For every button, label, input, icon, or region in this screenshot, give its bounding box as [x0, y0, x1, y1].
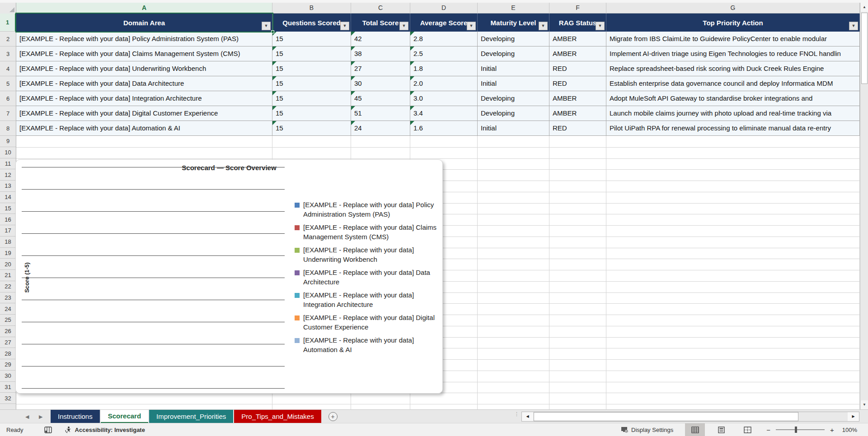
- row-header-25[interactable]: 25: [0, 315, 16, 326]
- row-header-17[interactable]: 17: [0, 225, 16, 237]
- macro-record-icon[interactable]: [44, 427, 52, 433]
- row-header-18[interactable]: 18: [0, 237, 16, 248]
- table-cell[interactable]: [EXAMPLE - Replace with your data] Autom…: [16, 121, 272, 136]
- row-header-21[interactable]: 21: [0, 270, 16, 281]
- legend-item[interactable]: [EXAMPLE - Replace with your data] Claim…: [295, 223, 446, 241]
- page-break-preview-button[interactable]: [737, 423, 757, 436]
- row-header-1[interactable]: 1: [0, 14, 16, 32]
- table-cell[interactable]: Implement AI-driven triage using Eigen T…: [606, 46, 860, 61]
- page-layout-view-button[interactable]: [711, 423, 731, 436]
- table-cell[interactable]: Pilot UiPath RPA for renewal processing …: [606, 121, 860, 136]
- table-cell[interactable]: 2.0: [410, 76, 478, 91]
- vertical-scroll-thumb[interactable]: [861, 13, 868, 84]
- table-cell[interactable]: [EXAMPLE - Replace with your data] Claim…: [16, 46, 272, 61]
- table-cell[interactable]: [EXAMPLE - Replace with your data] Data …: [16, 76, 272, 91]
- legend-item[interactable]: [EXAMPLE - Replace with your data] Digit…: [295, 313, 446, 332]
- sheet-tab-pro_tips_and_mistakes[interactable]: Pro_Tips_and_Mistakes: [234, 410, 321, 423]
- zoom-in-button[interactable]: +: [829, 426, 835, 434]
- row-header-7[interactable]: 7: [0, 106, 16, 121]
- legend-item[interactable]: [EXAMPLE - Replace with your data] Data …: [295, 268, 446, 287]
- table-cell[interactable]: Developing: [478, 106, 549, 121]
- table-cell[interactable]: Adopt MuleSoft API Gateway to standardis…: [606, 91, 860, 106]
- table-header-cell[interactable]: Questions Scored▼: [272, 14, 351, 32]
- row-header-9[interactable]: 9: [0, 136, 16, 147]
- table-cell[interactable]: 51: [351, 106, 410, 121]
- table-cell[interactable]: 15: [272, 32, 351, 46]
- zoom-level[interactable]: 100%: [842, 427, 857, 433]
- table-header-cell[interactable]: Domain Area▼: [16, 14, 272, 32]
- row-header-13[interactable]: 13: [0, 181, 16, 192]
- sheet-tab-instructions[interactable]: Instructions: [51, 410, 100, 423]
- table-cell[interactable]: 3.4: [410, 106, 478, 121]
- row-header-23[interactable]: 23: [0, 292, 16, 304]
- table-cell[interactable]: RED: [549, 76, 606, 91]
- table-cell[interactable]: Establish enterprise data governance cou…: [606, 76, 860, 91]
- table-cell[interactable]: [EXAMPLE - Replace with your data] Polic…: [16, 32, 272, 46]
- row-header-27[interactable]: 27: [0, 337, 16, 348]
- table-cell[interactable]: 27: [351, 61, 410, 76]
- table-cell[interactable]: 3.0: [410, 91, 478, 106]
- table-cell[interactable]: Developing: [478, 32, 549, 46]
- table-cell[interactable]: Initial: [478, 61, 549, 76]
- column-header-A[interactable]: A: [16, 3, 272, 14]
- new-sheet-button[interactable]: +: [328, 412, 338, 421]
- table-cell[interactable]: AMBER: [549, 91, 606, 106]
- table-cell[interactable]: 2.5: [410, 46, 478, 61]
- table-cell[interactable]: AMBER: [549, 106, 606, 121]
- table-cell[interactable]: 1.8: [410, 61, 478, 76]
- table-cell[interactable]: [EXAMPLE - Replace with your data] Digit…: [16, 106, 272, 121]
- legend-item[interactable]: [EXAMPLE - Replace with your data] Polic…: [295, 200, 446, 219]
- column-header-C[interactable]: C: [351, 3, 410, 14]
- sheet-tab-scorecard[interactable]: Scorecard: [101, 410, 148, 423]
- tab-nav-left-icon[interactable]: ◀: [25, 410, 29, 423]
- row-header-2[interactable]: 2: [0, 32, 16, 46]
- column-header-G[interactable]: G: [606, 3, 860, 14]
- row-header-8[interactable]: 8: [0, 121, 16, 136]
- table-header-cell[interactable]: Average Score▼: [410, 14, 478, 32]
- row-header-3[interactable]: 3: [0, 46, 16, 61]
- table-cell[interactable]: AMBER: [549, 46, 606, 61]
- row-header-14[interactable]: 14: [0, 192, 16, 203]
- row-header-31[interactable]: 31: [0, 382, 16, 393]
- table-cell[interactable]: Replace spreadsheet-based risk scoring w…: [606, 61, 860, 76]
- row-header-22[interactable]: 22: [0, 281, 16, 292]
- table-cell[interactable]: Developing: [478, 91, 549, 106]
- filter-dropdown-button[interactable]: ▼: [596, 22, 605, 30]
- legend-item[interactable]: [EXAMPLE - Replace with your data] Integ…: [295, 291, 446, 309]
- display-settings-button[interactable]: Display Settings: [621, 427, 673, 433]
- table-cell[interactable]: 30: [351, 76, 410, 91]
- table-header-cell[interactable]: Top Priority Action▼: [606, 14, 860, 32]
- table-header-cell[interactable]: RAG Status▼: [549, 14, 606, 32]
- sheet-tab-improvement_priorities[interactable]: Improvement_Priorities: [149, 410, 233, 423]
- select-all-button[interactable]: [0, 3, 16, 14]
- scroll-right-arrow[interactable]: ▶: [848, 412, 859, 421]
- row-header-19[interactable]: 19: [0, 248, 16, 259]
- filter-dropdown-button[interactable]: ▼: [262, 22, 271, 30]
- table-cell[interactable]: Initial: [478, 121, 549, 136]
- row-header-29[interactable]: 29: [0, 359, 16, 371]
- filter-dropdown-button[interactable]: ▼: [849, 22, 858, 30]
- table-header-cell[interactable]: Total Score▼: [351, 14, 410, 32]
- table-header-cell[interactable]: Maturity Level▼: [478, 14, 549, 32]
- filter-dropdown-button[interactable]: ▼: [399, 22, 408, 30]
- row-header-24[interactable]: 24: [0, 303, 16, 315]
- table-cell[interactable]: 2.8: [410, 32, 478, 46]
- filter-dropdown-button[interactable]: ▼: [539, 22, 548, 30]
- horizontal-scroll-thumb[interactable]: [534, 412, 798, 421]
- table-cell[interactable]: 15: [272, 91, 351, 106]
- column-header-E[interactable]: E: [478, 3, 549, 14]
- row-header-20[interactable]: 20: [0, 259, 16, 270]
- table-cell[interactable]: AMBER: [549, 32, 606, 46]
- scroll-up-arrow[interactable]: ▲: [861, 3, 868, 12]
- table-cell[interactable]: 15: [272, 76, 351, 91]
- row-header-6[interactable]: 6: [0, 91, 16, 106]
- table-cell[interactable]: 24: [351, 121, 410, 136]
- row-header-4[interactable]: 4: [0, 61, 16, 76]
- embedded-chart[interactable]: Scorecard — Score Overview Score (1-5) […: [15, 159, 443, 394]
- table-cell[interactable]: 15: [272, 61, 351, 76]
- table-cell[interactable]: Launch mobile claims journey with photo …: [606, 106, 860, 121]
- table-cell[interactable]: 15: [272, 106, 351, 121]
- normal-view-button[interactable]: [685, 423, 705, 436]
- zoom-slider[interactable]: [776, 429, 825, 430]
- table-cell[interactable]: Migrate from IBS ClaimLite to Guidewire …: [606, 32, 860, 46]
